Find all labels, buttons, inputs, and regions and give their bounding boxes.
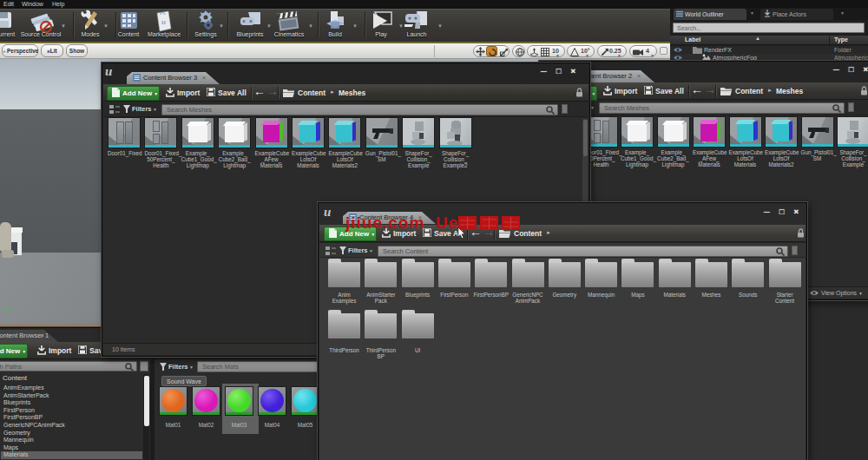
svg-text:u: u <box>161 17 166 26</box>
